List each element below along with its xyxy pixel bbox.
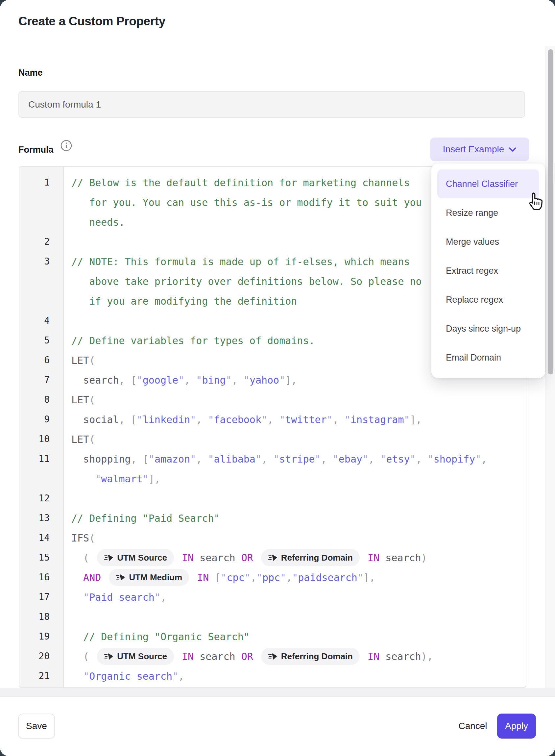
code-token: " (155, 592, 161, 603)
code-token: " (327, 414, 333, 425)
referring-domain-chip[interactable]: Referring Domain (261, 648, 360, 665)
utm-medium-chip[interactable]: UTM Medium (109, 569, 189, 586)
code-token: shopping (71, 453, 131, 465)
code-token: " (357, 572, 363, 583)
code-token: IN (176, 651, 200, 662)
code-line: 18 (19, 607, 526, 627)
referring-domain-chip[interactable]: Referring Domain (261, 549, 360, 566)
code-token: ( (89, 394, 95, 406)
code-token: search (385, 552, 421, 563)
code-token: " (148, 453, 155, 465)
info-icon[interactable] (60, 140, 72, 152)
code-token: IFS (71, 532, 89, 544)
code-line: 22 (19, 686, 526, 688)
code-token: " (244, 374, 250, 386)
code-token: ( (71, 651, 95, 662)
code-token: , (184, 374, 196, 386)
code-token: search (385, 651, 421, 662)
code-token: yahoo (250, 374, 279, 386)
menu-item-replace-regex[interactable]: Replace regex (437, 285, 539, 314)
chip-label: Referring Domain (281, 651, 353, 662)
menu-item-merge-values[interactable]: Merge values (437, 227, 539, 256)
menu-item-channel-classifier[interactable]: Channel Classifier (437, 169, 539, 198)
code-token: AND (71, 572, 107, 583)
code-token: // Define variables for types of domains… (71, 335, 315, 347)
code-token: social (71, 414, 119, 425)
code-token: Organic search (89, 671, 172, 682)
code-token: // NOTE: This formula is made up of if-e… (71, 256, 410, 268)
menu-item-resize-range[interactable]: Resize range (437, 198, 539, 227)
content-bottom-strip (0, 688, 555, 697)
code-token: , (368, 453, 380, 465)
code-token: IN (362, 552, 385, 563)
code-token: google (143, 374, 178, 386)
code-token: " (345, 414, 350, 425)
code-token: , [ (119, 374, 137, 386)
code-token: stripe (279, 453, 315, 465)
field-send-icon (268, 553, 278, 563)
line-number: 1 (19, 173, 64, 232)
code-token: , (416, 453, 428, 465)
name-input[interactable]: Custom formula 1 (18, 91, 525, 118)
code-token: , (267, 414, 279, 425)
code-token: , (178, 671, 184, 682)
utm-source-chip[interactable]: UTM Source (97, 549, 174, 566)
menu-item-extract-regex[interactable]: Extract regex (437, 256, 539, 285)
code-token: OR (241, 552, 259, 563)
line-number: 14 (19, 528, 64, 548)
code-line: 19 // Defining "Organic Search" (19, 627, 526, 646)
code-token: needs. (71, 216, 125, 228)
code-token: shopify (434, 453, 475, 465)
scrollbar-thumb[interactable] (548, 49, 553, 374)
code-token: " (273, 453, 279, 465)
field-send-icon (268, 652, 278, 661)
menu-item-email-domain[interactable]: Email Domain (437, 343, 539, 372)
code-token: , (161, 592, 166, 603)
menu-item-days-since-sign-up[interactable]: Days since sign-up (437, 314, 539, 343)
code-line: 9 social, ["linkedin", "facebook", "twit… (19, 409, 526, 429)
code-token: LET (71, 355, 89, 366)
code-token: ], (410, 414, 422, 425)
code-line: 14IFS( (19, 528, 526, 548)
code-token: , (333, 414, 345, 425)
code-token: walmart (101, 473, 142, 485)
code-token: " (333, 453, 339, 465)
apply-button[interactable]: Apply (497, 714, 536, 739)
code-token: ( (89, 434, 95, 445)
insert-example-label: Insert Example (443, 144, 504, 155)
code-token: ], (285, 374, 297, 386)
line-number: 13 (19, 508, 64, 528)
code-token: " (178, 374, 184, 386)
code-token: ( (89, 355, 95, 366)
save-button[interactable]: Save (18, 714, 55, 739)
code-token: , (251, 572, 256, 583)
code-token: LET (71, 434, 89, 445)
insert-example-button[interactable]: Insert Example (430, 137, 529, 161)
code-token: ppc (262, 572, 280, 583)
code-token: , [ (119, 414, 137, 425)
code-token: // Below is the default definition for m… (71, 177, 410, 189)
page-title: Create a Custom Property (18, 14, 165, 28)
code-line: 17 "Paid search", (19, 587, 526, 607)
code-line: 21 "Organic search", (19, 666, 526, 686)
code-token: for you. You can use this as-is or modif… (71, 197, 422, 208)
code-token: " (83, 671, 89, 682)
code-line: 20 ( UTM Source IN search OR Referring D… (19, 646, 526, 666)
code-token: search (71, 374, 119, 386)
code-token: , (286, 572, 292, 583)
line-number: 18 (19, 607, 64, 627)
utm-source-chip[interactable]: UTM Source (97, 648, 174, 665)
cancel-button[interactable]: Cancel (453, 714, 493, 739)
code-line: 11 shopping, ["amazon", "alibaba", "stri… (19, 449, 526, 488)
code-token: " (143, 473, 148, 485)
code-token: " (380, 453, 386, 465)
code-token: ( (89, 532, 95, 544)
code-token: etsy (386, 453, 410, 465)
code-token: , [ (131, 453, 148, 465)
code-token: " (279, 414, 285, 425)
code-token: " (256, 572, 262, 583)
code-token: bing (202, 374, 225, 386)
chevron-down-icon (509, 147, 516, 152)
code-token: ) (421, 552, 427, 563)
code-token: // Defining "Organic Search" (71, 631, 250, 642)
